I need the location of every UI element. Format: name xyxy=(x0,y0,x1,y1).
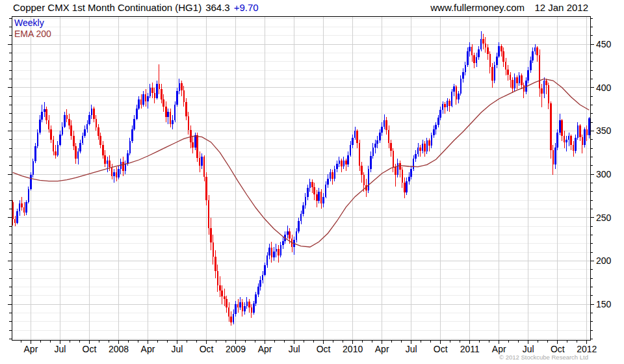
x-axis-label: Oct xyxy=(200,344,214,354)
x-axis-label: Jul xyxy=(406,344,417,354)
x-axis-label: Jul xyxy=(523,344,534,354)
y-axis-label: 300 xyxy=(596,169,612,179)
x-axis-label: Oct xyxy=(434,344,448,354)
x-axis-label: Jul xyxy=(55,344,66,354)
x-axis-label: Jul xyxy=(172,344,183,354)
x-axis-label: Apr xyxy=(375,344,389,354)
chart-legend: Weekly EMA 200 xyxy=(14,18,51,40)
x-axis-label: 2008 xyxy=(109,344,129,354)
x-axis-label: Oct xyxy=(317,344,331,354)
legend-ema: EMA 200 xyxy=(14,29,51,40)
copyright-text: © 2012 Stockcube Research Ltd xyxy=(499,354,588,361)
y-axis-label: 350 xyxy=(596,125,612,136)
x-axis-label: Oct xyxy=(551,344,565,354)
chart-window: Copper CMX 1st Month Continuation (HG1)3… xyxy=(0,0,624,364)
x-axis-label: 2011 xyxy=(460,344,480,354)
y-axis-label: 450 xyxy=(596,39,612,49)
y-axis-label: 150 xyxy=(596,299,612,309)
legend-weekly: Weekly xyxy=(14,18,51,29)
x-axis-label: Apr xyxy=(141,344,155,354)
x-axis-label: Oct xyxy=(83,344,97,354)
candlestick-series xyxy=(12,31,590,326)
price-chart: 150200250300350400450AprJulOct2008AprJul… xyxy=(0,0,624,364)
x-axis-label: Apr xyxy=(258,344,272,354)
y-axis-label: 250 xyxy=(596,213,612,223)
x-axis-label: 2012 xyxy=(577,344,597,354)
x-axis-label: 2009 xyxy=(226,344,246,354)
y-axis-label: 400 xyxy=(596,83,612,93)
x-axis-label: Jul xyxy=(289,344,300,354)
y-axis-label: 200 xyxy=(596,255,612,266)
x-axis-label: Apr xyxy=(492,344,506,354)
x-axis-label: Apr xyxy=(24,344,38,354)
x-axis-label: 2010 xyxy=(343,344,363,354)
